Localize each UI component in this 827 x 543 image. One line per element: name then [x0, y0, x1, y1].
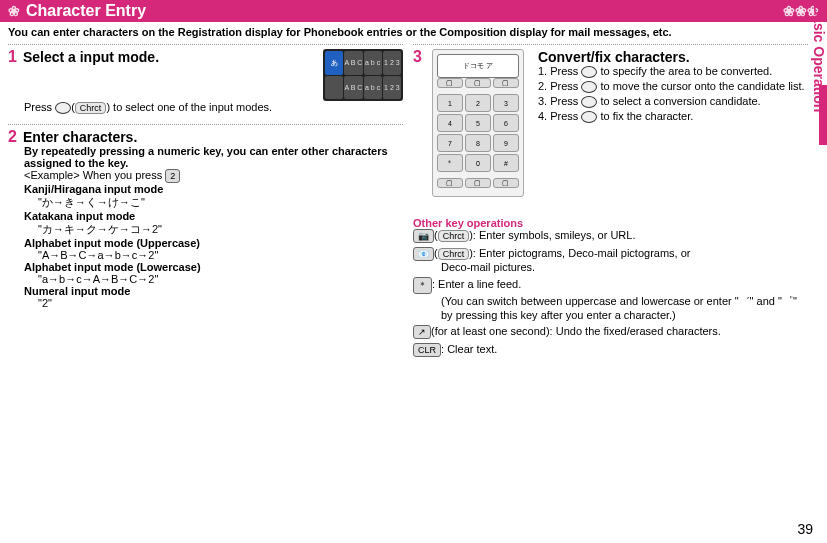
mode-4-seq: "2" — [38, 297, 403, 309]
right-key-icon — [581, 66, 597, 78]
chrct-pill: Chrct — [75, 102, 107, 114]
step2-title: Enter characters. — [23, 129, 403, 145]
other-op-camera: 📷(Chrct): Enter symbols, smileys, or URL… — [413, 229, 808, 243]
other-op-call: ↗(for at least one second): Undo the fix… — [413, 325, 808, 339]
mode-3-seq: "a→b→c→A→B→C→2" — [38, 273, 403, 285]
step3-title: Convert/fix characters. — [538, 49, 808, 65]
intro-text: You can enter characters on the Registra… — [0, 22, 827, 40]
camera-key-icon: 📷 — [413, 229, 434, 243]
multi-key-icon — [581, 96, 597, 108]
clr-key-icon: CLR — [413, 343, 441, 357]
mail-key-icon: 📧 — [413, 247, 434, 261]
other-op-star: ＊: Enter a line feed. (You can switch be… — [413, 277, 808, 321]
step1-title: Select a input mode. — [23, 49, 317, 65]
mode-1-seq: "カ→キ→ク→ケ→コ→2" — [38, 222, 403, 237]
example-label: <Example> When you press — [24, 169, 165, 181]
other-op-clear: CLR: Clear text. — [413, 343, 808, 357]
step1-number: 1 — [8, 49, 17, 65]
step2-lead: By repeatedly pressing a numeric key, yo… — [24, 145, 403, 169]
page-title: Character Entry — [26, 2, 146, 20]
side-tab-label: Basic Operation — [811, 5, 827, 165]
mode-0-name: Kanji/Hiragana input mode — [24, 183, 403, 195]
mode-2-name: Alphabet input mode (Uppercase) — [24, 237, 403, 249]
step2-number: 2 — [8, 129, 17, 145]
key-2-icon: 2 — [165, 169, 180, 183]
step1-body-pre: Press — [24, 101, 55, 113]
step1-body-post: to select one of the input modes. — [113, 101, 272, 113]
center-key-icon — [55, 102, 71, 114]
input-mode-preview: あ A B C a b c 1 2 3 A B C a b c 1 2 3 — [323, 49, 403, 101]
page-number: 39 — [797, 521, 813, 537]
clover-icon: ❀ — [8, 3, 20, 19]
side-tab: Basic Operation — [807, 25, 827, 493]
center-key-icon — [581, 111, 597, 123]
other-op-mail: 📧(Chrct): Enter pictograms, Deco-mail pi… — [413, 247, 808, 273]
mode-1-name: Katakana input mode — [24, 210, 403, 222]
step3-number: 3 — [413, 49, 422, 65]
other-ops-title: Other key operations — [413, 217, 808, 229]
star-key-icon: ＊ — [413, 277, 432, 294]
down-key-icon — [581, 81, 597, 93]
mode-0-seq: "か→き→く→け→こ" — [38, 195, 403, 210]
mode-4-name: Numeral input mode — [24, 285, 403, 297]
call-key-icon: ↗ — [413, 325, 431, 339]
header-bar: ❀ Character Entry ❀❀❀ — [0, 0, 827, 22]
mode-3-name: Alphabet input mode (Lowercase) — [24, 261, 403, 273]
mode-2-seq: "A→B→C→a→b→c→2" — [38, 249, 403, 261]
phone-keypad: ドコモ ア ▢▢▢ 123 456 789 ＊0# ▢▢▢ — [432, 49, 524, 197]
